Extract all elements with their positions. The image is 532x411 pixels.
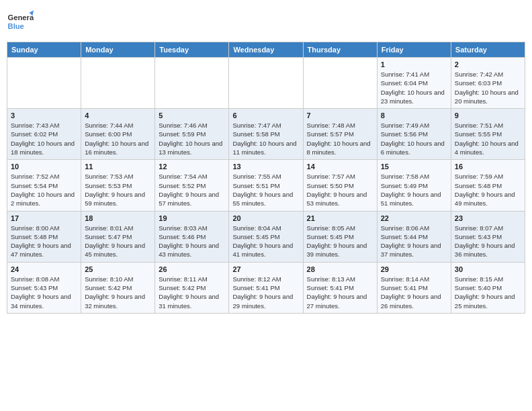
day-number: 19 (159, 214, 225, 222)
day-number: 6 (232, 111, 299, 120)
calendar-cell: 16Sunrise: 7:59 AMSunset: 5:48 PMDayligh… (451, 160, 525, 211)
day-info: Sunrise: 8:06 AMSunset: 5:44 PMDaylight:… (381, 224, 447, 259)
calendar-cell: 5Sunrise: 7:46 AMSunset: 5:59 PMDaylight… (155, 109, 229, 160)
day-number: 5 (159, 111, 225, 120)
day-of-week-header: Saturday (451, 42, 525, 58)
day-of-week-header: Tuesday (155, 42, 229, 58)
day-number: 13 (232, 163, 299, 171)
calendar-cell: 28Sunrise: 8:13 AMSunset: 5:41 PMDayligh… (303, 262, 377, 313)
day-number: 11 (85, 163, 151, 171)
day-info: Sunrise: 7:42 AMSunset: 6:03 PMDaylight:… (455, 70, 521, 105)
calendar-cell: 1Sunrise: 7:41 AMSunset: 6:04 PMDaylight… (377, 58, 451, 109)
day-info: Sunrise: 7:57 AMSunset: 5:50 PMDaylight:… (307, 172, 373, 208)
day-info: Sunrise: 8:14 AMSunset: 5:41 PMDaylight:… (381, 275, 447, 310)
day-number: 2 (455, 60, 521, 68)
day-number: 16 (455, 163, 521, 171)
day-number: 28 (307, 265, 373, 273)
day-info: Sunrise: 8:04 AMSunset: 5:45 PMDaylight:… (232, 224, 299, 259)
calendar-cell (229, 58, 303, 109)
day-number: 24 (11, 265, 77, 273)
calendar-cell: 9Sunrise: 7:51 AMSunset: 5:55 PMDaylight… (451, 109, 525, 160)
day-number: 14 (307, 163, 373, 171)
calendar-cell: 4Sunrise: 7:44 AMSunset: 6:00 PMDaylight… (81, 109, 155, 160)
day-info: Sunrise: 7:54 AMSunset: 5:52 PMDaylight:… (159, 172, 225, 208)
svg-text:General: General (8, 13, 34, 21)
calendar-cell: 21Sunrise: 8:05 AMSunset: 5:45 PMDayligh… (303, 211, 377, 262)
day-info: Sunrise: 7:48 AMSunset: 5:57 PMDaylight:… (307, 121, 373, 156)
day-number: 8 (381, 111, 447, 120)
day-info: Sunrise: 8:00 AMSunset: 5:48 PMDaylight:… (11, 224, 77, 259)
day-info: Sunrise: 7:53 AMSunset: 5:53 PMDaylight:… (85, 172, 151, 208)
day-info: Sunrise: 8:08 AMSunset: 5:43 PMDaylight:… (11, 275, 77, 310)
calendar-cell: 19Sunrise: 8:03 AMSunset: 5:46 PMDayligh… (155, 211, 229, 262)
day-info: Sunrise: 7:52 AMSunset: 5:54 PMDaylight:… (11, 172, 77, 208)
calendar-cell: 20Sunrise: 8:04 AMSunset: 5:45 PMDayligh… (229, 211, 303, 262)
day-number: 10 (11, 163, 77, 171)
day-info: Sunrise: 8:11 AMSunset: 5:42 PMDaylight:… (159, 275, 225, 310)
day-number: 27 (232, 265, 299, 273)
day-number: 30 (455, 265, 521, 273)
day-number: 3 (11, 111, 77, 120)
calendar-cell (7, 58, 81, 109)
logo: General Blue (7, 9, 34, 36)
day-number: 25 (85, 265, 151, 273)
calendar-cell: 25Sunrise: 8:10 AMSunset: 5:42 PMDayligh… (81, 262, 155, 313)
day-number: 20 (232, 214, 299, 222)
day-of-week-header: Sunday (7, 42, 81, 58)
calendar-week-row: 24Sunrise: 8:08 AMSunset: 5:43 PMDayligh… (7, 262, 525, 313)
day-number: 1 (381, 60, 447, 68)
calendar-week-row: 1Sunrise: 7:41 AMSunset: 6:04 PMDaylight… (7, 58, 525, 109)
calendar-cell: 13Sunrise: 7:55 AMSunset: 5:51 PMDayligh… (229, 160, 303, 211)
day-info: Sunrise: 8:05 AMSunset: 5:45 PMDaylight:… (307, 224, 373, 259)
calendar-cell: 12Sunrise: 7:54 AMSunset: 5:52 PMDayligh… (155, 160, 229, 211)
day-number: 22 (381, 214, 447, 222)
logo-container: General Blue (7, 9, 34, 36)
day-number: 21 (307, 214, 373, 222)
day-info: Sunrise: 7:55 AMSunset: 5:51 PMDaylight:… (232, 172, 299, 208)
calendar-week-row: 17Sunrise: 8:00 AMSunset: 5:48 PMDayligh… (7, 211, 525, 262)
day-number: 7 (307, 111, 373, 120)
calendar-week-row: 10Sunrise: 7:52 AMSunset: 5:54 PMDayligh… (7, 160, 525, 211)
calendar-cell: 2Sunrise: 7:42 AMSunset: 6:03 PMDaylight… (451, 58, 525, 109)
calendar-cell: 18Sunrise: 8:01 AMSunset: 5:47 PMDayligh… (81, 211, 155, 262)
calendar-cell: 10Sunrise: 7:52 AMSunset: 5:54 PMDayligh… (7, 160, 81, 211)
calendar-cell: 26Sunrise: 8:11 AMSunset: 5:42 PMDayligh… (155, 262, 229, 313)
day-info: Sunrise: 7:58 AMSunset: 5:49 PMDaylight:… (381, 172, 447, 208)
day-number: 12 (159, 163, 225, 171)
calendar-cell: 23Sunrise: 8:07 AMSunset: 5:43 PMDayligh… (451, 211, 525, 262)
calendar-cell: 30Sunrise: 8:15 AMSunset: 5:40 PMDayligh… (451, 262, 525, 313)
day-number: 18 (85, 214, 151, 222)
day-info: Sunrise: 8:12 AMSunset: 5:41 PMDaylight:… (232, 275, 299, 310)
calendar-cell: 17Sunrise: 8:00 AMSunset: 5:48 PMDayligh… (7, 211, 81, 262)
calendar-week-row: 3Sunrise: 7:43 AMSunset: 6:02 PMDaylight… (7, 109, 525, 160)
day-number: 23 (455, 214, 521, 222)
day-number: 4 (85, 111, 151, 120)
day-number: 9 (455, 111, 521, 120)
calendar-table: SundayMondayTuesdayWednesdayThursdayFrid… (7, 42, 525, 314)
calendar-cell: 8Sunrise: 7:49 AMSunset: 5:56 PMDaylight… (377, 109, 451, 160)
day-info: Sunrise: 7:59 AMSunset: 5:48 PMDaylight:… (455, 172, 521, 208)
header: General Blue (7, 7, 525, 36)
calendar-cell: 15Sunrise: 7:58 AMSunset: 5:49 PMDayligh… (377, 160, 451, 211)
calendar-cell: 29Sunrise: 8:14 AMSunset: 5:41 PMDayligh… (377, 262, 451, 313)
day-of-week-header: Wednesday (229, 42, 303, 58)
calendar-cell: 27Sunrise: 8:12 AMSunset: 5:41 PMDayligh… (229, 262, 303, 313)
logo-svg: General Blue (7, 9, 34, 36)
day-of-week-header: Thursday (303, 42, 377, 58)
calendar-cell: 7Sunrise: 7:48 AMSunset: 5:57 PMDaylight… (303, 109, 377, 160)
calendar-cell: 3Sunrise: 7:43 AMSunset: 6:02 PMDaylight… (7, 109, 81, 160)
calendar-cell: 22Sunrise: 8:06 AMSunset: 5:44 PMDayligh… (377, 211, 451, 262)
day-number: 15 (381, 163, 447, 171)
day-info: Sunrise: 8:01 AMSunset: 5:47 PMDaylight:… (85, 224, 151, 259)
calendar-cell: 11Sunrise: 7:53 AMSunset: 5:53 PMDayligh… (81, 160, 155, 211)
calendar-cell: 6Sunrise: 7:47 AMSunset: 5:58 PMDaylight… (229, 109, 303, 160)
day-info: Sunrise: 7:41 AMSunset: 6:04 PMDaylight:… (381, 70, 447, 105)
day-info: Sunrise: 8:13 AMSunset: 5:41 PMDaylight:… (307, 275, 373, 310)
day-info: Sunrise: 7:43 AMSunset: 6:02 PMDaylight:… (11, 121, 77, 156)
calendar-cell: 24Sunrise: 8:08 AMSunset: 5:43 PMDayligh… (7, 262, 81, 313)
day-info: Sunrise: 8:03 AMSunset: 5:46 PMDaylight:… (159, 224, 225, 259)
day-of-week-header: Friday (377, 42, 451, 58)
calendar-cell (303, 58, 377, 109)
svg-text:Blue: Blue (8, 22, 24, 30)
day-info: Sunrise: 8:10 AMSunset: 5:42 PMDaylight:… (85, 275, 151, 310)
